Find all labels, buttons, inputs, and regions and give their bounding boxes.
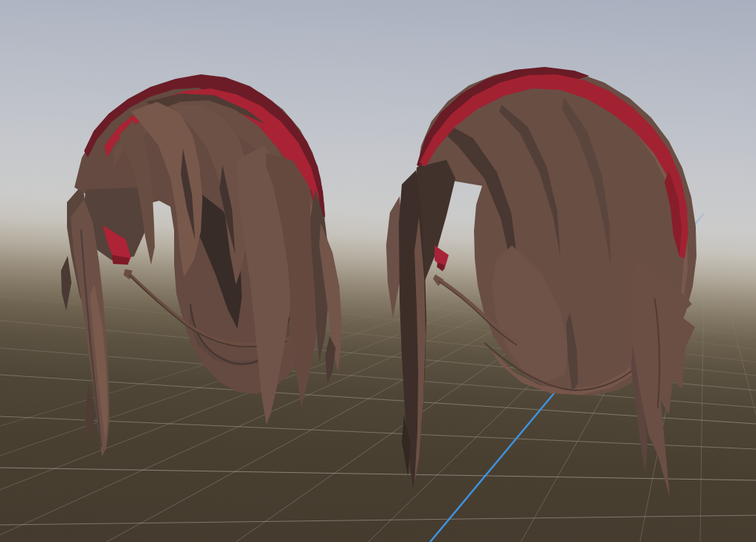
screenshot-root <box>0 0 756 542</box>
hair-model-right[interactable] <box>386 67 696 497</box>
scene-svg <box>0 0 756 542</box>
viewport-3d[interactable] <box>0 0 756 542</box>
